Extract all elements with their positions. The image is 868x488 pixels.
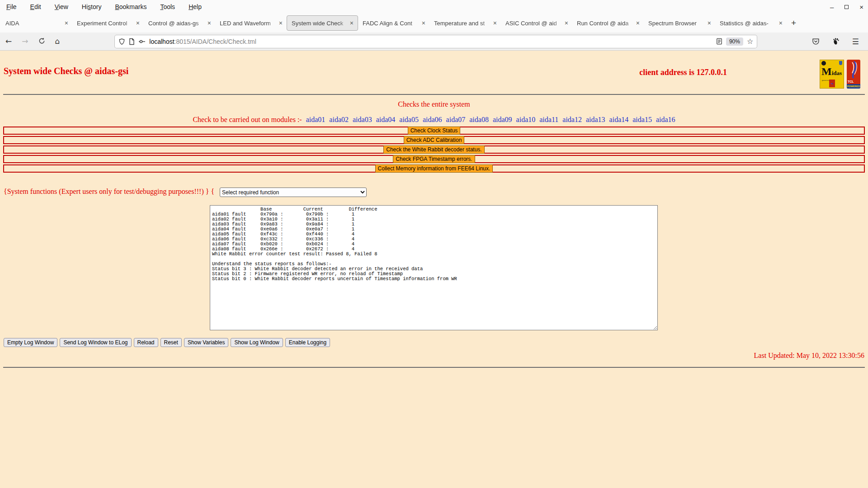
menu-bookmarks[interactable]: Bookmarks <box>115 3 146 10</box>
site-settings-icon[interactable] <box>138 38 146 45</box>
show-variables-button[interactable]: Show Variables <box>184 338 229 347</box>
menu-tools[interactable]: Tools <box>160 3 175 10</box>
tab-close-icon[interactable]: × <box>349 19 354 27</box>
check-row: Check the White Rabbit decoder status. <box>3 145 865 154</box>
tab-aida[interactable]: AIDA× <box>1 15 72 31</box>
window-controls: – × <box>830 0 863 14</box>
tab-led-waveform[interactable]: LED and Waveform× <box>215 15 287 31</box>
toolbar-right: ☰ <box>812 37 863 46</box>
module-link-aida10[interactable]: aida10 <box>516 116 536 123</box>
check-white-rabbit-button[interactable]: Check the White Rabbit decoder status. <box>383 145 484 154</box>
tab-close-icon[interactable]: × <box>135 19 141 27</box>
function-select[interactable]: Select required function <box>220 188 367 197</box>
tab-fadc-align[interactable]: FADC Align & Cont× <box>358 15 429 31</box>
check-row: Check ADC Calibration <box>3 136 865 144</box>
tab-spectrum-browser[interactable]: Spectrum Browser× <box>644 15 715 31</box>
midas-tcl-badge: ⌁ <box>829 80 835 87</box>
check-row: Check FPGA Timestamp errors. <box>3 155 865 163</box>
midas-shield-icon <box>839 61 842 65</box>
menu-help[interactable]: Help <box>189 3 202 10</box>
tab-control[interactable]: Control @ aidas-gs× <box>144 15 215 31</box>
module-link-aida11[interactable]: aida11 <box>539 116 558 123</box>
modules-line: Check to be carried out on modules :- ai… <box>0 116 868 124</box>
url-bar[interactable]: localhost:8015/AIDA/Check/Check.tml 90% … <box>115 35 757 48</box>
check-clock-status-button[interactable]: Check Clock Status <box>408 127 461 135</box>
tab-close-icon[interactable]: × <box>64 19 69 27</box>
collect-memory-info-button[interactable]: Collect Memory information from FEE64 Li… <box>375 164 493 173</box>
tab-close-icon[interactable]: × <box>564 19 569 27</box>
tab-experiment-control[interactable]: Experiment Control× <box>72 15 144 31</box>
empty-log-window-button[interactable]: Empty Log Window <box>4 338 57 347</box>
module-link-aida02[interactable]: aida02 <box>329 116 349 123</box>
pocket-icon[interactable] <box>812 38 820 45</box>
module-link-aida06[interactable]: aida06 <box>423 116 442 123</box>
home-icon[interactable]: ⌂ <box>55 38 60 45</box>
module-link-aida08[interactable]: aida08 <box>469 116 489 123</box>
menu-edit[interactable]: Edit <box>30 3 41 10</box>
check-fpga-timestamp-button[interactable]: Check FPGA Timestamp errors. <box>393 155 475 163</box>
midas-wordmark: Midas <box>821 66 843 78</box>
module-link-aida14[interactable]: aida14 <box>609 116 629 123</box>
menu-history[interactable]: History <box>82 3 102 10</box>
midas-logo[interactable]: Midas powered by ⌁ <box>820 60 844 89</box>
module-link-aida15[interactable]: aida15 <box>632 116 652 123</box>
tab-run-control[interactable]: Run Control @ aida× <box>572 15 644 31</box>
tab-statistics[interactable]: Statistics @ aidas-× <box>715 15 787 31</box>
module-link-aida07[interactable]: aida07 <box>446 116 466 123</box>
midas-circle-icon <box>821 61 826 66</box>
new-tab-button[interactable]: + <box>787 18 801 28</box>
check-adc-calibration-button[interactable]: Check ADC Calibration <box>404 136 465 144</box>
menu-icon[interactable]: ☰ <box>852 37 859 46</box>
maximize-icon[interactable] <box>844 5 849 9</box>
module-link-aida12[interactable]: aida12 <box>562 116 582 123</box>
tab-bar: AIDA× Experiment Control× Control @ aida… <box>0 14 868 33</box>
url-text: localhost:8015/AIDA/Check/Check.tml <box>149 38 716 45</box>
forward-icon[interactable]: → <box>22 38 28 45</box>
tab-close-icon[interactable]: × <box>635 19 641 27</box>
minimize-icon[interactable]: – <box>830 4 834 10</box>
page-icon[interactable] <box>129 38 135 45</box>
log-window[interactable]: Base Current Difference aida01 fault 0x7… <box>210 205 658 330</box>
tcl-powered-logo[interactable]: TCL POWERED <box>847 60 860 89</box>
module-link-aida05[interactable]: aida05 <box>399 116 419 123</box>
tab-close-icon[interactable]: × <box>278 19 283 27</box>
module-link-aida09[interactable]: aida09 <box>493 116 512 123</box>
tcl-powered-strip: POWERED <box>847 84 860 89</box>
tab-close-icon[interactable]: × <box>421 19 426 27</box>
modules-label: Check to be carried out on modules :- <box>193 116 302 123</box>
reload-icon[interactable] <box>38 38 45 46</box>
close-icon[interactable]: × <box>859 4 863 10</box>
gnome-extension-icon[interactable] <box>832 38 840 45</box>
system-functions-line: {System functions (Expert users only for… <box>4 188 367 197</box>
tab-temperature[interactable]: Temperature and st× <box>429 15 501 31</box>
tab-system-wide-check[interactable]: System wide Check× <box>287 15 358 31</box>
reset-button[interactable]: Reset <box>160 338 182 347</box>
divider <box>3 94 865 95</box>
tab-close-icon[interactable]: × <box>492 19 498 27</box>
module-link-aida13[interactable]: aida13 <box>586 116 605 123</box>
tab-close-icon[interactable]: × <box>707 19 712 27</box>
tab-asic-control[interactable]: ASIC Control @ aid× <box>501 15 572 31</box>
back-icon[interactable]: ← <box>5 38 12 45</box>
system-functions-label: {System functions (Expert users only for… <box>4 188 214 195</box>
menu-bar: File Edit View History Bookmarks Tools H… <box>0 0 868 14</box>
zoom-level-badge[interactable]: 90% <box>726 38 743 46</box>
menu-view[interactable]: View <box>55 3 68 10</box>
tab-close-icon[interactable]: × <box>778 19 783 27</box>
bookmark-star-icon[interactable]: ☆ <box>747 37 753 46</box>
reload-button[interactable]: Reload <box>134 338 158 347</box>
last-updated: Last Updated: May 10, 2022 13:30:56 <box>754 352 864 360</box>
module-link-aida01[interactable]: aida01 <box>306 116 326 123</box>
module-link-aida04[interactable]: aida04 <box>376 116 396 123</box>
tab-close-icon[interactable]: × <box>207 19 212 27</box>
enable-logging-button[interactable]: Enable Logging <box>285 338 330 347</box>
module-link-aida03[interactable]: aida03 <box>353 116 372 123</box>
module-link-aida16[interactable]: aida16 <box>656 116 675 123</box>
show-log-window-button[interactable]: Show Log Window <box>231 338 283 347</box>
menu-file[interactable]: File <box>6 3 17 10</box>
check-row: Collect Memory information from FEE64 Li… <box>3 164 865 173</box>
shield-icon[interactable] <box>118 38 125 45</box>
reader-view-icon[interactable] <box>716 38 722 45</box>
send-log-to-elog-button[interactable]: Send Log Window to ELog <box>60 338 131 347</box>
client-address: client address is 127.0.0.1 <box>639 68 727 77</box>
